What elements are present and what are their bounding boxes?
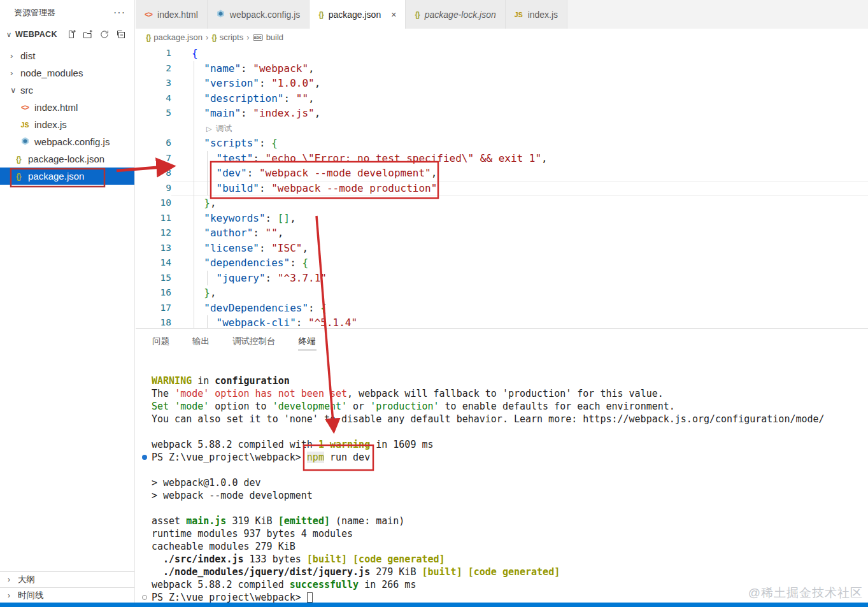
code-token: } [204,197,210,209]
html-icon: <> [145,10,152,19]
code-line: 13 "license": "ISC", [136,241,868,256]
close-icon[interactable]: × [391,10,396,20]
chevron-down-icon: ∨ [6,31,15,39]
breadcrumb-item-package.json[interactable]: {}package.json [146,32,203,42]
terminal-line: Set 'mode' option to 'development' or 'p… [152,400,868,413]
new-folder-icon[interactable] [82,29,94,40]
code-token: : [241,62,253,75]
terminal-token: PS Z:\vue_project\webpack> [152,452,307,463]
tab-package-lock.json[interactable]: {}package-lock.json [406,0,505,29]
tree-item-src[interactable]: ∨src [0,82,134,99]
tree-item-label: package-lock.json [28,154,104,164]
code-token: , [302,242,308,254]
terminal-token: 133 bytes [244,553,307,565]
breadcrumb-label: build [266,32,283,42]
panel-tab-problems[interactable]: 问题 [152,333,170,350]
file-tree: ›dist›node_modules∨src<>index.htmlJSinde… [0,47,134,185]
breadcrumb-item-build[interactable]: abcbuild [253,32,284,42]
tree-item-node_modules[interactable]: ›node_modules [0,64,134,82]
line-number: 9 [136,181,171,196]
code-token: "test" [217,152,253,164]
code-token [192,317,217,328]
js-icon: JS [19,121,31,129]
code-token: "dependencies" [204,257,290,269]
panel-tab-terminal[interactable]: 终端 [298,333,317,350]
terminal-line: runtime modules 937 bytes 4 modules [152,527,868,540]
tab-label: webpack.config.js [230,10,301,20]
terminal-token: [code generated] [468,566,560,578]
terminal-cursor [307,592,313,603]
line-number: 7 [136,151,171,166]
code-token: : [284,92,296,104]
terminal-token: run dev [324,452,370,463]
terminal[interactable]: WARNING in configurationThe 'mode' optio… [152,375,868,603]
code-token [192,272,217,284]
json-icon: {} [318,10,323,19]
code-line: 6 "scripts": { [136,136,868,151]
terminal-token: to enable defaults for each environment. [439,401,675,412]
code-token: : [253,152,265,164]
terminal-line: > webpack --mode development [152,489,868,502]
refresh-icon[interactable] [99,29,110,40]
code-token: "name" [204,62,241,75]
code-token: [] [278,212,290,224]
tab-index.js[interactable]: JSindex.js [506,0,567,29]
tree-item-index.js[interactable]: JSindex.js [0,116,134,133]
collapse-all-icon[interactable] [115,29,127,40]
terminal-token: runtime modules 937 bytes 4 modules [152,528,353,539]
breadcrumb-item-scripts[interactable]: {}scripts [211,32,243,42]
terminal-token: in 1609 ms [370,439,433,450]
code-line: 10 }, [136,196,868,211]
terminal-token: 'production' [370,401,439,412]
code-line: 4 "description": "", [136,91,868,106]
terminal-token: in [192,375,215,387]
code-token: "webpack-cli" [217,317,296,328]
terminal-token: The [152,388,174,399]
code-token [192,242,204,254]
tree-item-package.json[interactable]: {}package.json [0,168,134,185]
codelens-debug[interactable]: ▷调试 [136,121,868,136]
tree-item-dist[interactable]: ›dist [0,47,134,64]
code-token: { [271,137,278,149]
panel-tab-debug-console[interactable]: 调试控制台 [232,333,276,350]
terminal-token: , webpack will fallback to 'production' … [347,388,664,399]
code-line: 7 "test": "echo \"Error: no test specifi… [136,151,868,166]
section-timeline[interactable]: ›时间线 [0,587,134,603]
code-token: } [204,287,210,299]
code-token: "jquery" [217,272,266,284]
code-token: { [320,302,327,314]
tree-item-index.html[interactable]: <>index.html [0,99,134,116]
section-outline[interactable]: ›大纲 [0,571,134,587]
code-token: : [259,137,271,149]
code-token: "dev" [217,167,247,179]
panel-tab-output[interactable]: 输出 [192,333,210,350]
tree-item-package-lock.json[interactable]: {}package-lock.json [0,150,134,168]
json-icon: {} [13,155,24,164]
code-token: "version" [204,77,259,89]
terminal-token: WARNING [152,375,192,387]
section-label: 时间线 [18,590,44,601]
terminal-token [152,553,163,565]
code-token [192,152,217,164]
tab-package.json[interactable]: {}package.json× [309,0,406,29]
project-section-header[interactable]: ∨ WEBPACK [0,25,134,43]
terminal-token: main.js [186,515,226,527]
code-token: "description" [204,92,283,104]
code-token: "author" [204,227,253,239]
code-token: : [247,167,259,179]
tab-index.html[interactable]: <>index.html [136,0,208,29]
new-file-icon[interactable] [66,29,77,40]
code-lines: 1{2 "name": "webpack",3 "version": "1.0.… [136,46,868,328]
tab-webpack.config.js[interactable]: webpack.config.js [208,0,310,29]
code-editor[interactable]: 1{2 "name": "webpack",3 "version": "1.0.… [136,46,868,328]
terminal-token [152,566,163,578]
more-actions-icon[interactable]: ··· [113,7,125,18]
explorer-actions [66,29,134,40]
code-token: : [296,317,308,328]
terminal-token [169,401,174,412]
terminal-line: WARNING in configuration [152,375,868,387]
code-token: , [210,197,217,209]
tree-item-webpack.config.js[interactable]: webpack.config.js [0,133,134,150]
line-number: 14 [136,255,171,271]
line-number: 13 [136,241,171,256]
